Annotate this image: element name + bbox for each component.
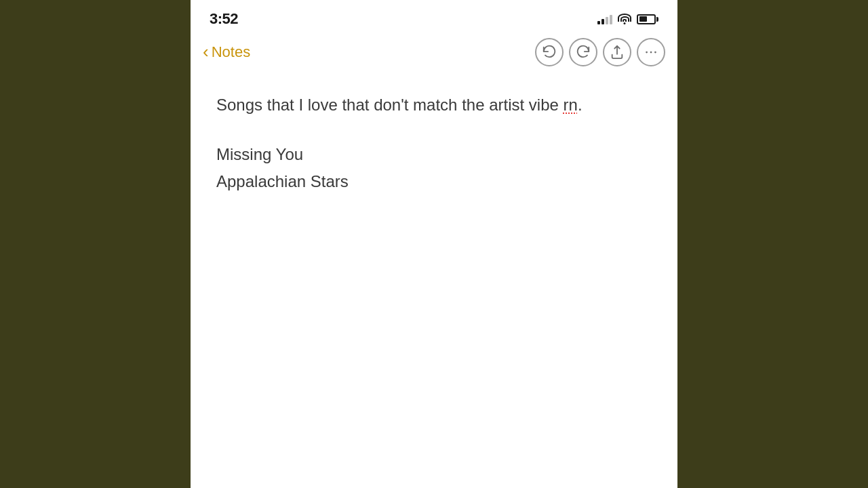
svg-point-3 <box>654 52 656 54</box>
redo-icon <box>576 45 591 60</box>
note-list: Missing You Appalachian Stars <box>216 141 652 197</box>
share-icon <box>610 45 625 60</box>
list-item: Missing You <box>216 141 652 169</box>
status-bar: 3:52 <box>191 0 677 34</box>
svg-point-1 <box>646 52 648 54</box>
note-content: Songs that I love that don't match the a… <box>191 73 677 216</box>
wifi-icon <box>618 14 631 24</box>
signal-icon <box>597 14 612 24</box>
undo-icon <box>542 45 557 60</box>
rn-word: rn <box>564 96 578 114</box>
redo-button[interactable] <box>569 38 597 66</box>
list-item: Appalachian Stars <box>216 168 652 196</box>
back-button[interactable]: ‹ Notes <box>203 43 250 61</box>
more-icon <box>644 45 658 60</box>
chevron-left-icon: ‹ <box>203 43 209 60</box>
toolbar: ‹ Notes <box>191 34 677 73</box>
share-button[interactable] <box>603 38 631 66</box>
svg-point-2 <box>650 52 652 54</box>
undo-button[interactable] <box>535 38 564 66</box>
phone-frame: 3:52 ‹ Note <box>191 0 677 488</box>
back-label: Notes <box>212 43 250 61</box>
battery-icon <box>637 14 658 24</box>
status-icons <box>597 14 658 24</box>
note-title: Songs that I love that don't match the a… <box>216 94 652 117</box>
toolbar-actions <box>535 38 665 66</box>
status-time: 3:52 <box>210 10 238 28</box>
more-button[interactable] <box>637 38 665 66</box>
